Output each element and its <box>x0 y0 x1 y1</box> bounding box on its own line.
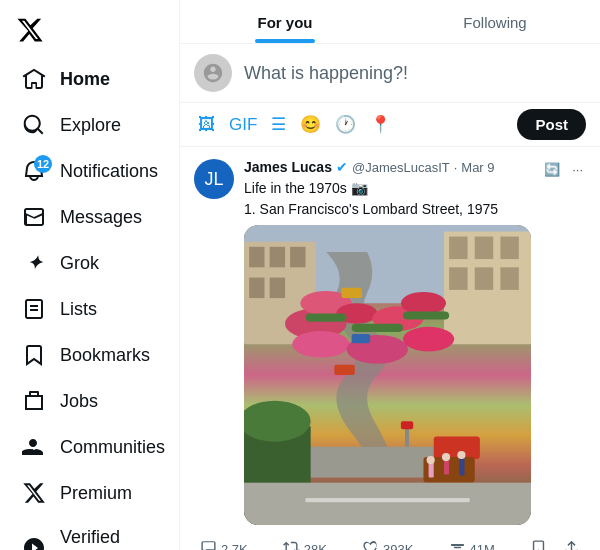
poll-tool-icon[interactable]: ☰ <box>267 110 290 139</box>
sidebar-item-home-label: Home <box>60 69 110 90</box>
svg-rect-40 <box>401 421 413 429</box>
svg-rect-27 <box>334 364 355 374</box>
views-action[interactable]: 41M <box>443 535 501 550</box>
like-action[interactable]: 393K <box>356 535 419 550</box>
tweet-feed: JL James Lucas ✔ @JamesLucasIT · Mar 9 L… <box>180 147 600 550</box>
tab-following[interactable]: Following <box>390 0 600 43</box>
svg-rect-2 <box>249 246 264 267</box>
sidebar-item-bookmarks[interactable]: Bookmarks <box>6 333 173 377</box>
svg-point-22 <box>292 330 349 357</box>
svg-rect-26 <box>352 334 370 343</box>
tweet-avatar[interactable]: JL <box>194 159 234 199</box>
svg-rect-37 <box>459 457 464 475</box>
svg-rect-33 <box>429 462 434 477</box>
lombard-street-photo <box>244 225 531 525</box>
tweet-item: JL James Lucas ✔ @JamesLucasIT · Mar 9 L… <box>180 147 600 550</box>
svg-rect-29 <box>434 436 480 459</box>
tweet-date: · <box>454 160 458 175</box>
tweet-date-value: Mar 9 <box>461 160 494 175</box>
svg-point-18 <box>401 292 446 315</box>
tweet-save-share <box>524 535 586 550</box>
sidebar-item-home[interactable]: Home <box>6 57 173 101</box>
compose-tools: 🖼 GIF ☰ 😊 🕐 📍 Post <box>180 103 600 147</box>
retweet-action[interactable]: 28K <box>277 535 333 550</box>
sidebar-item-premium[interactable]: Premium <box>6 471 173 515</box>
svg-rect-25 <box>341 287 362 297</box>
comment-action[interactable]: 2.7K <box>194 535 254 550</box>
retweet-icon <box>283 539 300 550</box>
compose-input[interactable]: What is happening?! <box>232 55 586 92</box>
views-icon <box>449 539 466 550</box>
sidebar-item-messages-label: Messages <box>60 207 142 228</box>
tweet-location: 1. San Francisco's Lombard Street, 1975 <box>244 201 531 217</box>
main-content: For you Following What is happening?! 🖼 … <box>180 0 600 550</box>
tweet-image <box>244 225 531 525</box>
svg-rect-11 <box>449 267 467 290</box>
schedule-tool-icon[interactable]: 🕐 <box>331 110 360 139</box>
svg-rect-5 <box>249 277 264 298</box>
share-icon <box>563 539 580 550</box>
post-button[interactable]: Post <box>517 109 586 140</box>
sidebar-item-grok-label: Grok <box>60 253 99 274</box>
svg-rect-20 <box>352 323 403 331</box>
jobs-icon <box>22 389 46 413</box>
svg-point-34 <box>427 456 435 464</box>
tweet-header: JL James Lucas ✔ @JamesLucasIT · Mar 9 L… <box>194 159 586 525</box>
sidebar-item-verified-orgs[interactable]: Verified Orgs <box>6 517 173 550</box>
views-count: 41M <box>470 542 495 550</box>
premium-icon <box>22 481 46 505</box>
home-icon <box>22 67 46 91</box>
compose-placeholder: What is happening?! <box>244 63 408 83</box>
sidebar-item-communities[interactable]: Communities <box>6 425 173 469</box>
svg-point-38 <box>457 450 465 458</box>
sidebar-item-explore-label: Explore <box>60 115 121 136</box>
like-count: 393K <box>383 542 413 550</box>
grok-icon: ✦ <box>22 251 46 275</box>
svg-rect-19 <box>306 313 347 321</box>
sidebar-item-communities-label: Communities <box>60 437 165 458</box>
communities-icon <box>22 435 46 459</box>
sidebar-item-jobs-label: Jobs <box>60 391 98 412</box>
tweet-author-name: James Lucas <box>244 159 332 175</box>
svg-rect-35 <box>444 459 449 474</box>
sidebar-item-explore[interactable]: Explore <box>6 103 173 147</box>
bookmark-icon <box>530 539 547 550</box>
verified-badge: ✔ <box>336 159 348 175</box>
svg-rect-8 <box>449 236 467 259</box>
sidebar-item-premium-label: Premium <box>60 483 132 504</box>
bookmark-action[interactable] <box>524 535 553 550</box>
gif-tool-icon[interactable]: GIF <box>225 111 261 139</box>
retweet-count: 28K <box>304 542 327 550</box>
sidebar-item-bookmarks-label: Bookmarks <box>60 345 150 366</box>
svg-rect-6 <box>270 277 285 298</box>
svg-rect-21 <box>403 311 449 319</box>
sidebar: Home Explore 12 Notifications Messages ✦… <box>0 0 180 550</box>
tab-for-you[interactable]: For you <box>180 0 390 43</box>
sidebar-logo[interactable] <box>0 8 179 52</box>
sidebar-item-jobs[interactable]: Jobs <box>6 379 173 423</box>
messages-icon <box>22 205 46 229</box>
sidebar-item-notifications-label: Notifications <box>60 161 158 182</box>
emoji-tool-icon[interactable]: 😊 <box>296 110 325 139</box>
sidebar-item-notifications[interactable]: 12 Notifications <box>6 149 173 193</box>
sidebar-item-verified-orgs-label: Verified Orgs <box>60 527 157 550</box>
svg-rect-4 <box>290 246 305 267</box>
tweet-handle: @JamesLucasIT <box>352 160 450 175</box>
lists-icon <box>22 297 46 321</box>
svg-rect-13 <box>500 267 518 290</box>
compose-area: What is happening?! <box>180 44 600 103</box>
svg-point-24 <box>403 326 454 351</box>
svg-point-36 <box>442 453 450 461</box>
location-tool-icon[interactable]: 📍 <box>366 110 395 139</box>
compose-avatar <box>194 54 232 92</box>
share-action[interactable] <box>557 535 586 550</box>
tweet-sync-icon[interactable]: 🔄 <box>541 159 563 180</box>
sidebar-item-grok[interactable]: ✦ Grok <box>6 241 173 285</box>
comment-icon <box>200 539 217 550</box>
sidebar-item-messages[interactable]: Messages <box>6 195 173 239</box>
svg-rect-41 <box>244 482 531 524</box>
tweet-meta: James Lucas ✔ @JamesLucasIT · Mar 9 Life… <box>244 159 531 525</box>
tweet-more-icon[interactable]: ··· <box>569 159 586 180</box>
image-tool-icon[interactable]: 🖼 <box>194 111 219 139</box>
sidebar-item-lists[interactable]: Lists <box>6 287 173 331</box>
